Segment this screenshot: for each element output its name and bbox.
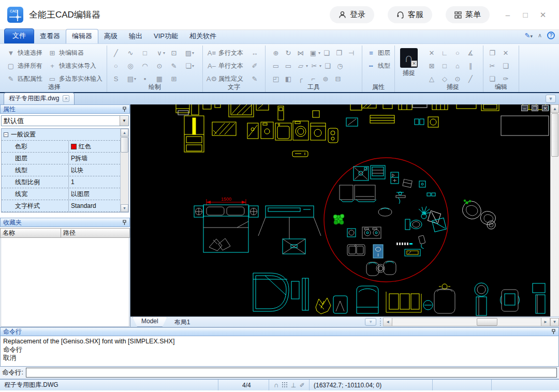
copy-clipboard-icon[interactable]: ❏	[488, 74, 497, 84]
delete-icon[interactable]: ✕	[501, 49, 510, 58]
block-copy-icon[interactable]: ⊡	[169, 49, 179, 58]
mdi-close-icon[interactable]: ✕	[542, 105, 549, 111]
pen-icon[interactable]: ✎	[169, 62, 179, 71]
collapse-icon[interactable]: −	[4, 132, 8, 137]
column-header-path[interactable]: 路径	[61, 228, 130, 238]
scrollbar-thumb[interactable]	[551, 113, 558, 157]
snap-nearest-icon[interactable]: ╱	[466, 74, 475, 84]
scroll-down-icon[interactable]: ▼	[550, 318, 559, 326]
snap-polygon-icon[interactable]: ⌂	[453, 62, 462, 71]
grid-status-icon[interactable]	[282, 382, 288, 388]
rotate-icon[interactable]: ↻	[282, 49, 295, 58]
scroll-down-icon[interactable]: ▼	[121, 204, 128, 212]
edit-text-icon[interactable]: ✎	[248, 74, 261, 84]
chevron-down-icon[interactable]: ▾	[530, 34, 533, 39]
stretch-icon[interactable]: ◧	[282, 74, 295, 84]
chevron-down-icon[interactable]: ▾	[134, 77, 136, 81]
snap-angle-icon[interactable]: ∡	[466, 49, 475, 58]
spline-icon[interactable]: S	[111, 74, 121, 84]
ellipse-icon[interactable]: ◎	[126, 62, 135, 71]
table-icon[interactable]: ⊞	[169, 74, 179, 84]
snap-perpendicular-icon[interactable]: ∟	[440, 49, 449, 58]
snap-toggle-button[interactable]: ∩✕ 捕捉	[400, 48, 418, 78]
ortho-status-icon[interactable]: ⊥	[291, 382, 297, 389]
tab-output[interactable]: 输出	[123, 29, 148, 43]
move-icon[interactable]: ⊕	[270, 49, 282, 58]
snap-quadrant-icon[interactable]: ◇	[440, 74, 449, 84]
property-row-text-style[interactable]: 文字样式Standard	[2, 200, 128, 212]
scroll-left-icon[interactable]: ◄	[384, 318, 392, 326]
collapse-ribbon-icon[interactable]: ∧	[538, 32, 542, 39]
property-row-layer[interactable]: 图层P拆墙	[2, 153, 128, 164]
explode-icon[interactable]: ✂	[308, 62, 320, 71]
snap-intersection-icon[interactable]: ✕	[427, 49, 436, 58]
favorites-list[interactable]	[1, 238, 129, 327]
quick-entity-import-button[interactable]: +快速实体导入	[48, 59, 102, 72]
snap-apparent-icon[interactable]: ⊠	[427, 62, 436, 71]
time-copy-icon[interactable]: ◷	[334, 62, 346, 71]
pin-icon[interactable]	[122, 107, 127, 112]
property-row-color[interactable]: 色彩 红色	[2, 141, 128, 153]
copy-icon[interactable]: ❏	[320, 49, 333, 58]
mtext-button[interactable]: A≡多行文本	[207, 47, 243, 59]
close-button[interactable]: ✕	[534, 10, 552, 20]
drawing-canvas[interactable]: 1500	[130, 104, 559, 316]
vertical-scrollbar[interactable]: ▲	[550, 104, 559, 316]
pin-icon[interactable]	[551, 329, 556, 335]
text-button[interactable]: A–单行文本	[207, 59, 243, 72]
snap-parallel-icon[interactable]: ∥	[466, 62, 475, 71]
calligraphy-pen-icon[interactable]: ✐	[248, 62, 261, 71]
rectangle-icon[interactable]: □	[140, 49, 150, 58]
horizontal-scrollbar[interactable]: ◄ ►	[383, 318, 550, 326]
line-icon[interactable]: ╱	[111, 49, 121, 58]
mdi-restore-icon[interactable]: ❐	[532, 105, 538, 111]
select-all-button[interactable]: ▢选择所有	[6, 59, 42, 72]
tab-layout1[interactable]: 布局1	[167, 317, 198, 327]
cut-icon[interactable]: ✂	[488, 62, 497, 71]
command-history[interactable]: Replacement of the [Geniso.SHX] font wit…	[0, 336, 559, 367]
format-brush-icon[interactable]: ✑	[501, 74, 510, 84]
snap-status-icon[interactable]: ∩	[273, 381, 279, 389]
close-icon[interactable]: ✕	[63, 95, 69, 102]
maximize-button[interactable]: □	[517, 10, 534, 19]
splitter-grip[interactable]	[380, 318, 381, 326]
menu-button[interactable]: 菜单	[446, 6, 490, 23]
scrollbar-thumb[interactable]	[121, 137, 128, 153]
property-row-linetype-scale[interactable]: 线型比例1	[2, 176, 128, 188]
flatten-icon[interactable]: ▭	[270, 62, 282, 71]
group-icon[interactable]: ⊚	[319, 74, 332, 84]
pin-icon[interactable]	[122, 220, 127, 225]
chevron-down-icon[interactable]: ▾	[192, 51, 194, 55]
snap-midpoint-icon[interactable]: △	[427, 74, 436, 84]
tab-file[interactable]: 文件	[4, 28, 34, 43]
linetype-button[interactable]: ╍线型	[366, 59, 390, 72]
column-header-name[interactable]: 名称	[0, 228, 61, 238]
quick-select-button[interactable]: ▼快速选择	[6, 47, 42, 59]
point-icon[interactable]: ▪	[140, 74, 150, 84]
property-row-linetype[interactable]: 线型以块	[2, 164, 128, 176]
minimize-button[interactable]: –	[499, 10, 517, 19]
circle-icon[interactable]: ○	[111, 62, 121, 71]
tab-editor[interactable]: 编辑器	[66, 29, 98, 43]
chevron-down-icon[interactable]: ▼	[546, 95, 556, 103]
paste-special-icon[interactable]: ❑	[501, 62, 510, 71]
chevron-down-icon[interactable]: ▾	[163, 51, 165, 55]
tab-related-software[interactable]: 相关软件	[184, 29, 222, 43]
layers-button[interactable]: ≡图层	[366, 47, 390, 59]
tab-model[interactable]: Model	[133, 317, 167, 327]
customer-service-button[interactable]: 客服	[388, 6, 432, 23]
scroll-up-icon[interactable]: ▲	[121, 129, 128, 137]
copy-pair-icon[interactable]: ❑	[321, 62, 334, 71]
scrollbar-thumb[interactable]	[477, 318, 497, 326]
freehand-icon[interactable]: ∿	[126, 49, 135, 58]
fillet-icon[interactable]: ╭	[295, 74, 307, 84]
paste-icon[interactable]: ❐	[488, 49, 497, 58]
osnap-status-icon[interactable]: ✐	[299, 382, 305, 389]
scroll-right-icon[interactable]: ►	[541, 318, 550, 326]
align-icon[interactable]: ⊣	[345, 49, 358, 58]
copy-basepoint-icon[interactable]: ❐	[333, 49, 345, 58]
chamfer-icon[interactable]: ⌐	[307, 74, 319, 84]
mirror-icon[interactable]: ⋈	[295, 49, 307, 58]
command-input[interactable]	[26, 368, 557, 378]
help-icon[interactable]: ?	[547, 32, 555, 39]
